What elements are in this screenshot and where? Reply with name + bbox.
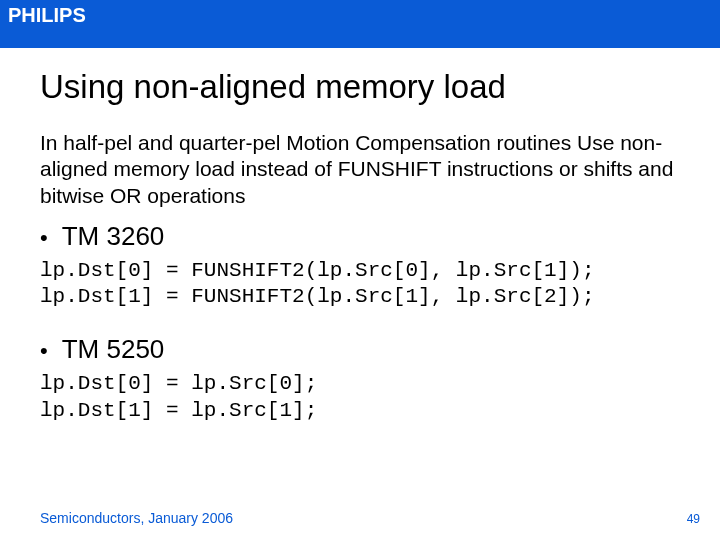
- bullet-tm5250: • TM 5250: [40, 334, 680, 365]
- slide-body: Using non-aligned memory load In half-pe…: [0, 48, 720, 424]
- slide-paragraph: In half-pel and quarter-pel Motion Compe…: [40, 130, 680, 209]
- footer: Semiconductors, January 2006 49: [40, 510, 700, 526]
- bullet-label: TM 3260: [62, 221, 165, 252]
- code-block-tm3260: lp.Dst[0] = FUNSHIFT2(lp.Src[0], lp.Src[…: [40, 258, 680, 311]
- philips-logo: PHILIPS: [0, 0, 94, 31]
- bullet-tm3260: • TM 3260: [40, 221, 680, 252]
- code-block-tm5250: lp.Dst[0] = lp.Src[0]; lp.Dst[1] = lp.Sr…: [40, 371, 680, 424]
- header-bar: PHILIPS: [0, 0, 720, 48]
- slide-title: Using non-aligned memory load: [40, 68, 680, 106]
- bullet-dot-icon: •: [40, 227, 48, 249]
- bullet-dot-icon: •: [40, 340, 48, 362]
- logo-text: PHILIPS: [8, 4, 86, 26]
- page-number: 49: [687, 512, 700, 526]
- footer-left: Semiconductors, January 2006: [40, 510, 233, 526]
- bullet-label: TM 5250: [62, 334, 165, 365]
